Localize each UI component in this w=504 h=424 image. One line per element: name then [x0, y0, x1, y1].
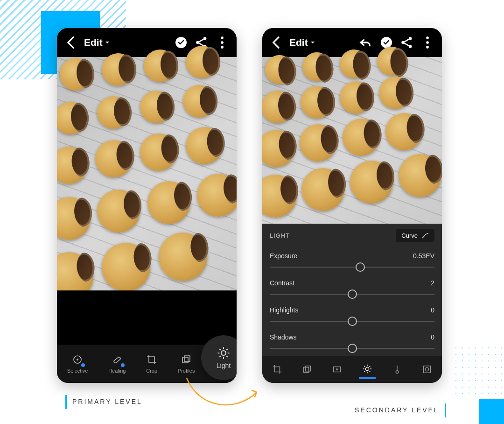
vignette-icon	[422, 364, 432, 375]
svg-point-12	[221, 351, 226, 355]
auto-icon	[332, 364, 342, 375]
back-arrow-icon	[269, 35, 285, 50]
share-icon	[399, 35, 415, 50]
svg-rect-24	[424, 366, 431, 373]
light-icon	[217, 346, 231, 360]
phone-secondary: Edit	[262, 28, 442, 383]
svg-point-5	[221, 46, 224, 49]
slider-value: 0	[431, 333, 434, 341]
svg-point-4	[221, 41, 224, 44]
svg-point-23	[396, 371, 399, 374]
slider-label: Exposure	[270, 252, 297, 260]
slider-label: Highlights	[270, 306, 298, 314]
profiles-icon	[302, 364, 312, 375]
caret-down-icon	[105, 40, 110, 45]
svg-rect-21	[334, 367, 341, 372]
crop-icon	[272, 364, 282, 375]
share-button[interactable]	[399, 35, 415, 50]
tool-label: Selective	[67, 368, 88, 374]
back-button[interactable]	[269, 35, 285, 50]
slider-label: Contrast	[270, 279, 294, 287]
svg-point-1	[203, 37, 207, 40]
svg-rect-19	[304, 367, 309, 372]
title-text: Edit	[84, 37, 103, 48]
secondary-toolbar	[262, 356, 442, 383]
slider-value: 0	[431, 306, 434, 314]
caption-text: PRIMARY LEVEL	[72, 398, 142, 405]
slider-track[interactable]	[270, 262, 434, 272]
tool-label: Healing	[108, 368, 126, 374]
confirm-button[interactable]	[173, 35, 189, 50]
slider-highlights[interactable]: Highlights0	[262, 302, 442, 329]
flow-arrow	[182, 374, 266, 411]
tool-label: Crop	[146, 368, 157, 374]
back-arrow-icon	[63, 35, 79, 50]
caret-down-icon	[310, 40, 315, 45]
undo-button[interactable]	[358, 35, 374, 50]
caption-primary: PRIMARY LEVEL	[65, 395, 142, 409]
tool-label: Profiles	[178, 368, 195, 374]
decorative-dots	[453, 345, 504, 396]
selective-icon	[72, 354, 83, 366]
light-icon	[362, 364, 372, 374]
undo-icon	[358, 35, 374, 50]
slider-contrast[interactable]: Contrast2	[262, 275, 442, 302]
sec-color[interactable]	[389, 361, 406, 378]
light-panel: LIGHT Curve Exposure0.53EVContrast2Highl…	[262, 224, 442, 356]
photo-letterbox	[57, 290, 237, 336]
svg-point-16	[426, 36, 429, 39]
more-dots-icon	[420, 35, 435, 50]
svg-rect-10	[184, 356, 190, 361]
slider-track[interactable]	[270, 290, 434, 299]
tool-healing[interactable]: Healing	[108, 354, 126, 374]
sec-light[interactable]	[359, 360, 376, 379]
svg-rect-20	[306, 366, 311, 371]
screen-title[interactable]: Edit	[84, 37, 110, 48]
title-text: Edit	[289, 37, 308, 48]
sec-effects[interactable]	[419, 361, 435, 378]
svg-rect-8	[113, 357, 121, 364]
slider-shadows[interactable]: Shadows0	[262, 329, 442, 356]
healing-icon	[112, 354, 123, 366]
more-button[interactable]	[420, 35, 435, 50]
crop-icon	[146, 354, 157, 366]
sec-profiles[interactable]	[299, 361, 315, 378]
photo-preview[interactable]	[262, 57, 442, 234]
slider-exposure[interactable]: Exposure0.53EV	[262, 247, 442, 275]
caption-secondary: SECONDARY LEVEL	[355, 403, 446, 417]
curve-icon	[421, 233, 429, 239]
fab-label: Light	[217, 362, 231, 369]
svg-point-17	[426, 41, 429, 44]
slider-value: 2	[431, 279, 434, 287]
tool-profiles[interactable]: Profiles	[178, 354, 195, 374]
slider-track[interactable]	[270, 317, 434, 326]
caption-text: SECONDARY LEVEL	[355, 406, 439, 414]
tool-crop[interactable]: Crop	[146, 354, 157, 374]
back-button[interactable]	[63, 35, 79, 50]
svg-point-3	[221, 36, 224, 39]
thermometer-icon	[392, 364, 402, 375]
decorative-square-small	[479, 399, 504, 424]
panel-heading: LIGHT	[270, 232, 290, 239]
svg-point-7	[77, 359, 78, 360]
screen-title[interactable]: Edit	[289, 37, 315, 48]
svg-point-18	[426, 46, 429, 49]
slider-label: Shadows	[270, 333, 297, 341]
more-button[interactable]	[214, 35, 230, 50]
svg-point-13	[401, 41, 405, 44]
svg-rect-9	[182, 357, 188, 363]
tool-selective[interactable]: Selective	[67, 354, 88, 374]
checkmark-icon	[175, 37, 187, 48]
curve-button[interactable]: Curve	[396, 229, 434, 242]
sec-crop[interactable]	[269, 361, 286, 378]
slider-track[interactable]	[270, 344, 434, 353]
svg-point-14	[409, 37, 412, 40]
curve-label: Curve	[401, 232, 418, 239]
photo-preview[interactable]	[57, 57, 237, 336]
sec-auto[interactable]	[329, 361, 345, 378]
svg-point-22	[365, 367, 369, 370]
svg-point-25	[425, 367, 428, 371]
phone-primary: Edit	[57, 28, 237, 383]
profiles-icon	[181, 354, 192, 366]
svg-point-0	[196, 41, 199, 44]
